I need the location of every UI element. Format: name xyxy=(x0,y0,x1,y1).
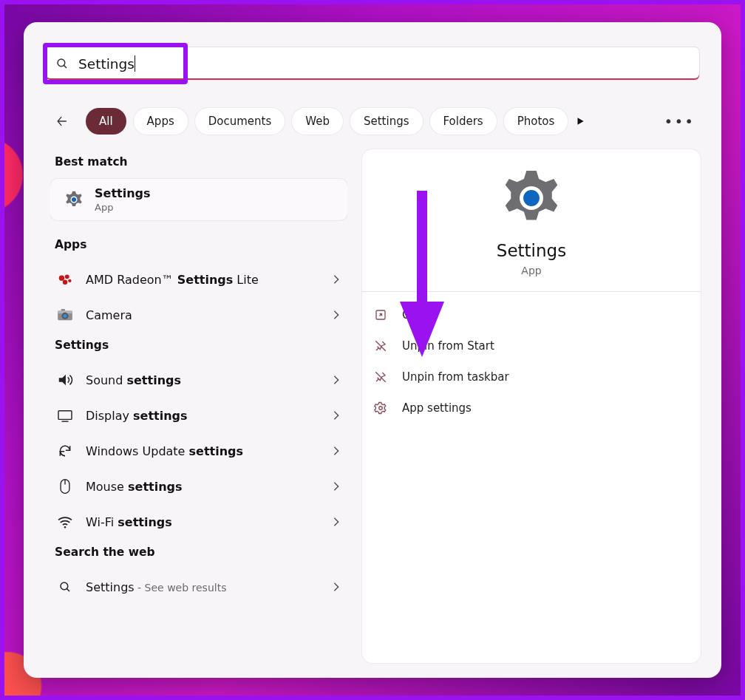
svg-marker-3 xyxy=(578,118,584,124)
chevron-right-icon xyxy=(333,481,340,492)
overflow-next-icon[interactable] xyxy=(575,116,585,126)
action-label: Open xyxy=(402,308,432,322)
svg-point-20 xyxy=(64,526,67,529)
svg-point-7 xyxy=(65,274,69,279)
action-unpin-taskbar[interactable]: Unpin from taskbar xyxy=(370,361,693,393)
results-column: Best match Settings App Apps AMD Radeon™… xyxy=(50,149,347,663)
filter-settings[interactable]: Settings xyxy=(350,108,423,135)
filter-label: Documents xyxy=(208,115,272,128)
amd-icon xyxy=(56,271,74,288)
action-app-settings[interactable]: App settings xyxy=(370,393,693,424)
setting-result-label: Mouse settings xyxy=(86,480,321,494)
details-hero: Settings App xyxy=(362,167,701,292)
svg-point-30 xyxy=(379,407,383,410)
setting-result-sound[interactable]: Sound settings xyxy=(50,362,347,398)
unpin-icon xyxy=(372,369,389,385)
filter-label: Settings xyxy=(364,115,409,128)
svg-point-21 xyxy=(61,582,68,590)
action-unpin-start[interactable]: Unpin from Start xyxy=(370,330,693,361)
gear-icon xyxy=(64,189,84,210)
svg-line-26 xyxy=(376,347,379,350)
best-match-text: Settings App xyxy=(95,186,151,213)
filter-folders[interactable]: Folders xyxy=(430,108,497,135)
details-subtitle: App xyxy=(521,265,541,276)
filter-documents[interactable]: Documents xyxy=(195,108,285,135)
unpin-icon xyxy=(372,338,389,354)
svg-rect-16 xyxy=(58,411,72,420)
setting-result-mouse[interactable]: Mouse settings xyxy=(50,469,347,504)
section-heading-settings: Settings xyxy=(50,333,347,362)
back-button[interactable] xyxy=(50,109,74,133)
details-actions: Open Unpin from Start Unpin from taskbar… xyxy=(362,292,701,424)
chevron-right-icon xyxy=(333,582,340,592)
filter-label: Photos xyxy=(517,115,555,128)
svg-point-8 xyxy=(63,279,67,284)
search-icon xyxy=(46,57,78,70)
svg-line-28 xyxy=(376,378,379,381)
filter-photos[interactable]: Photos xyxy=(504,108,568,135)
gear-outline-icon xyxy=(372,400,389,416)
app-result-camera[interactable]: Camera xyxy=(50,297,347,333)
filter-web[interactable]: Web xyxy=(292,108,343,135)
chevron-right-icon xyxy=(333,410,340,421)
chevron-right-icon xyxy=(333,274,340,285)
web-result-settings[interactable]: Settings - See web results xyxy=(50,569,347,605)
setting-result-wifi[interactable]: Wi-Fi settings xyxy=(50,504,347,540)
svg-line-22 xyxy=(67,588,69,591)
filter-label: All xyxy=(99,115,113,128)
app-result-label: AMD Radeon™ Settings Lite xyxy=(86,273,321,287)
app-result-label: Camera xyxy=(86,308,321,322)
update-icon xyxy=(56,442,74,460)
search-bar[interactable]: Settings xyxy=(46,47,699,80)
wifi-icon xyxy=(56,513,74,531)
section-heading-apps: Apps xyxy=(50,232,347,262)
svg-point-0 xyxy=(58,59,65,67)
filter-all[interactable]: All xyxy=(86,108,126,135)
camera-icon xyxy=(56,306,74,324)
open-icon xyxy=(372,307,389,323)
section-heading-web: Search the web xyxy=(50,540,347,569)
section-heading-best-match: Best match xyxy=(50,149,347,179)
action-label: Unpin from taskbar xyxy=(402,370,509,384)
setting-result-display[interactable]: Display settings xyxy=(50,398,347,433)
action-label: Unpin from Start xyxy=(402,339,494,353)
filter-apps[interactable]: Apps xyxy=(134,108,188,135)
more-icon[interactable]: ••• xyxy=(664,112,695,130)
chevron-right-icon xyxy=(333,310,340,320)
gear-icon xyxy=(500,167,562,229)
best-match-title: Settings xyxy=(95,186,151,200)
search-icon xyxy=(56,578,74,596)
chevron-right-icon xyxy=(333,375,340,385)
svg-line-1 xyxy=(64,65,67,68)
app-result-amd[interactable]: AMD Radeon™ Settings Lite xyxy=(50,262,347,297)
svg-point-9 xyxy=(68,279,71,282)
filter-label: Folders xyxy=(443,115,483,128)
chevron-right-icon xyxy=(333,517,340,527)
svg-marker-15 xyxy=(59,375,66,386)
sound-icon xyxy=(56,371,74,389)
setting-result-label: Sound settings xyxy=(86,373,321,387)
setting-result-label: Windows Update settings xyxy=(86,444,321,458)
display-icon xyxy=(56,407,74,424)
filter-label: Apps xyxy=(147,115,174,128)
details-panel: Settings App Open Unpin from Start Unpin… xyxy=(362,149,701,663)
filter-tabs: All Apps Documents Web Settings Folders … xyxy=(50,105,695,137)
start-search-panel: Settings All Apps Documents Web Settings… xyxy=(24,22,721,678)
action-label: App settings xyxy=(402,401,472,415)
svg-point-13 xyxy=(63,314,67,318)
chevron-right-icon xyxy=(333,446,340,456)
svg-rect-14 xyxy=(61,309,65,311)
web-result-label: Settings - See web results xyxy=(86,580,321,594)
svg-point-5 xyxy=(72,197,76,202)
mouse-icon xyxy=(56,478,74,495)
best-match-subtitle: App xyxy=(95,202,151,213)
best-match-result[interactable]: Settings App xyxy=(50,179,347,220)
filter-label: Web xyxy=(305,115,330,128)
setting-result-label: Wi-Fi settings xyxy=(86,515,321,529)
svg-point-24 xyxy=(523,190,540,206)
setting-result-update[interactable]: Windows Update settings xyxy=(50,433,347,469)
setting-result-label: Display settings xyxy=(86,409,321,423)
details-title: Settings xyxy=(497,241,566,260)
search-input-text[interactable]: Settings xyxy=(78,56,135,72)
action-open[interactable]: Open xyxy=(370,299,693,330)
